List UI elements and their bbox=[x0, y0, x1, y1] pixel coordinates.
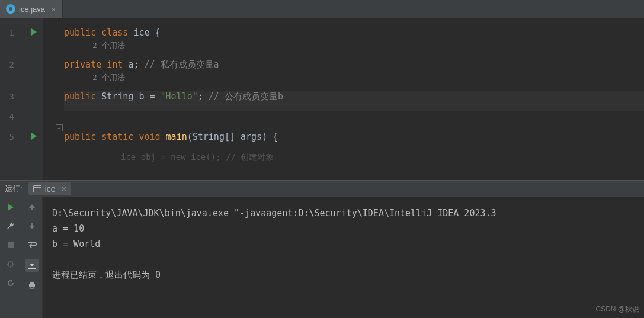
print-icon[interactable] bbox=[27, 280, 37, 291]
run-toolbar-left bbox=[0, 197, 21, 318]
line-number-gutter: 12345 bbox=[0, 18, 25, 180]
line-number: 1 bbox=[0, 27, 25, 59]
svg-rect-6 bbox=[30, 282, 34, 284]
run-line-icon[interactable] bbox=[31, 133, 37, 140]
wrench-icon[interactable] bbox=[5, 221, 16, 232]
code-line-partial: ice obj = new ice(); // 创建对象 bbox=[64, 151, 644, 163]
usage-hint[interactable]: 2 个用法 bbox=[64, 40, 644, 52]
code-line[interactable]: private int a; // 私有成员变量a2 个用法 bbox=[64, 59, 644, 91]
run-gutter-cell bbox=[25, 59, 43, 91]
editor-area: ice.java × 12345 − public class ice {2 个… bbox=[0, 0, 644, 180]
editor-tab[interactable]: ice.java × bbox=[0, 0, 63, 18]
editor-tab-bar: ice.java × bbox=[0, 0, 644, 18]
run-panel: 运行: ice × bbox=[0, 180, 644, 318]
tab-label: ice.java bbox=[19, 5, 45, 14]
run-config-tab[interactable]: ice × bbox=[28, 182, 72, 195]
console-output[interactable]: D:\Security\JAVA\JDK\bin\java.exe "-java… bbox=[43, 197, 644, 318]
java-file-icon bbox=[6, 4, 15, 14]
run-panel-title: 运行: bbox=[5, 184, 23, 194]
run-gutter-cell[interactable] bbox=[25, 131, 43, 151]
run-gutter-cell bbox=[25, 91, 43, 111]
line-number: 5 bbox=[0, 131, 25, 151]
soft-wrap-icon[interactable] bbox=[27, 240, 37, 250]
code-area: 12345 − public class ice {2 个用法 private … bbox=[0, 18, 644, 180]
restart-icon[interactable] bbox=[5, 278, 16, 288]
line-number: 3 bbox=[0, 91, 25, 111]
run-gutter bbox=[25, 18, 43, 180]
usage-hint[interactable]: 2 个用法 bbox=[64, 72, 644, 83]
close-icon[interactable]: × bbox=[62, 184, 67, 194]
fold-column: − bbox=[56, 18, 64, 180]
down-arrow-icon[interactable] bbox=[27, 221, 37, 232]
code-line[interactable]: public String b = "Hello"; // 公有成员变量b bbox=[64, 91, 644, 111]
code-line[interactable]: public class ice {2 个用法 bbox=[64, 27, 644, 59]
stop-icon[interactable] bbox=[5, 240, 16, 250]
fold-icon[interactable]: − bbox=[56, 124, 63, 131]
console-line: D:\Security\JAVA\JDK\bin\java.exe "-java… bbox=[52, 205, 635, 221]
svg-rect-2 bbox=[31, 207, 33, 210]
svg-rect-7 bbox=[30, 287, 34, 288]
console-line: 进程已结束，退出代码为 0 bbox=[52, 267, 635, 282]
run-panel-body: D:\Security\JAVA\JDK\bin\java.exe "-java… bbox=[0, 197, 644, 318]
debug-icon[interactable] bbox=[5, 259, 16, 269]
scroll-to-end-icon[interactable] bbox=[25, 259, 39, 272]
svg-rect-4 bbox=[28, 268, 36, 269]
console-line: a = 10 bbox=[52, 221, 635, 236]
line-number: 2 bbox=[0, 59, 25, 91]
svg-rect-3 bbox=[31, 223, 33, 226]
close-icon[interactable]: × bbox=[51, 4, 56, 14]
rerun-icon[interactable] bbox=[5, 202, 16, 213]
watermark: CSDN @秋说 bbox=[595, 304, 639, 314]
run-tab-label: ice bbox=[45, 184, 56, 194]
svg-point-1 bbox=[8, 262, 13, 266]
run-gutter-cell bbox=[25, 111, 43, 131]
run-gutter-cell[interactable] bbox=[25, 27, 43, 59]
run-panel-header: 运行: ice × bbox=[0, 181, 644, 197]
gutter-divider bbox=[43, 18, 56, 180]
run-line-icon[interactable] bbox=[31, 28, 37, 36]
console-line bbox=[52, 252, 635, 267]
svg-rect-0 bbox=[8, 242, 14, 248]
code-line[interactable]: public static void main(String[] args) { bbox=[64, 131, 644, 151]
application-icon bbox=[33, 185, 41, 192]
up-arrow-icon[interactable] bbox=[27, 202, 37, 213]
code-body[interactable]: public class ice {2 个用法 private int a; /… bbox=[64, 18, 644, 180]
console-line: b = World bbox=[52, 236, 635, 252]
run-toolbar-right bbox=[21, 197, 43, 318]
code-line[interactable] bbox=[64, 111, 644, 131]
line-number: 4 bbox=[0, 111, 25, 131]
